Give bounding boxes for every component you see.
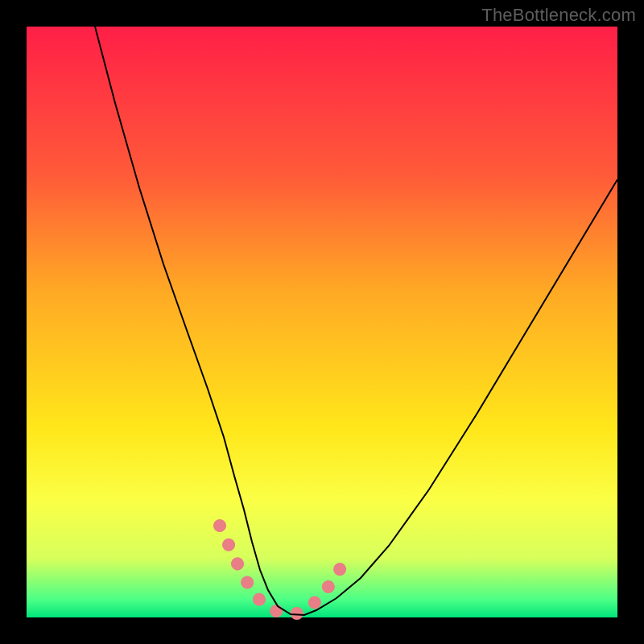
curve-layer [27, 27, 617, 617]
watermark-text: TheBottleneck.com [481, 5, 636, 26]
chart-frame: TheBottleneck.com [0, 0, 644, 644]
series-pink-dots [220, 526, 347, 613]
plot-area [27, 27, 617, 617]
series-black-curve [95, 27, 617, 615]
